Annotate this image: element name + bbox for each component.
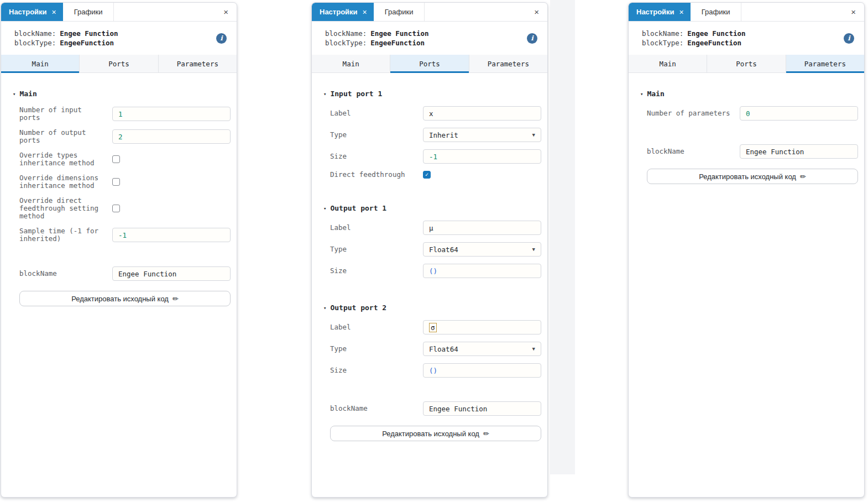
chevron-down-icon: ▼ — [532, 132, 535, 138]
close-icon[interactable]: × — [215, 3, 237, 21]
blockname-row: blockName Engee Function — [330, 401, 541, 416]
output1-label-input[interactable]: μ — [423, 221, 541, 235]
block-info-lines: blockName:Engee Function blockType:Engee… — [642, 29, 746, 48]
input1-label-label: Label — [330, 109, 414, 117]
tab-parameters[interactable]: Parameters — [159, 55, 237, 72]
edit-source-label: Редактировать исходный код — [382, 430, 479, 438]
ports-tab-content: ▾ Input port 1 Label x Type Inherit ▼ Si… — [312, 73, 547, 497]
tab-charts[interactable]: Графики — [374, 3, 425, 21]
caret-down-icon: ▾ — [323, 305, 326, 311]
input1-label-value: x — [429, 109, 433, 118]
blockname-input[interactable]: Engee Function — [423, 401, 541, 416]
section-main[interactable]: ▾ Main — [640, 90, 858, 98]
edit-source-button[interactable]: Редактировать исходный код ✏ — [19, 291, 231, 306]
override-feedthrough-checkbox[interactable] — [112, 205, 120, 212]
close-icon[interactable]: × — [526, 3, 547, 21]
section-main-label: Main — [19, 90, 36, 98]
blockname-input[interactable]: Engee Function — [112, 266, 231, 281]
blocktype-key: blockType: — [642, 39, 683, 47]
input1-size-row: Size -1 — [330, 149, 541, 164]
input1-size-input[interactable]: -1 — [423, 149, 541, 164]
override-types-checkbox[interactable] — [112, 155, 120, 163]
caret-down-icon: ▾ — [323, 91, 326, 97]
edit-source-label: Редактировать исходный код — [71, 295, 169, 303]
blockname-key: blockName: — [325, 29, 367, 38]
blockname-field-label: blockName — [19, 270, 103, 278]
section-output-port-1[interactable]: ▾ Output port 1 — [323, 204, 541, 212]
blockname-key: blockName: — [14, 29, 56, 38]
tab-charts[interactable]: Графики — [691, 3, 742, 21]
tab-ports[interactable]: Ports — [80, 55, 158, 72]
num-input-ports-value: 1 — [118, 110, 123, 118]
tab-close-icon[interactable]: × — [52, 8, 56, 16]
tab-main[interactable]: Main — [1, 55, 80, 72]
close-icon[interactable]: × — [843, 3, 864, 21]
info-glyph: i — [531, 34, 534, 42]
section-main-label: Main — [647, 90, 664, 98]
output2-type-row: Type Float64 ▼ — [330, 342, 541, 356]
info-icon[interactable]: i — [527, 33, 537, 44]
output2-size-label: Size — [330, 367, 414, 374]
tab-parameters[interactable]: Parameters — [786, 55, 864, 72]
override-dimensions-checkbox[interactable] — [112, 178, 120, 186]
tab-charts[interactable]: Графики — [63, 3, 114, 21]
num-parameters-input[interactable]: 0 — [740, 106, 858, 121]
tab-parameters[interactable]: Parameters — [469, 55, 547, 72]
section-input-port-1-label: Input port 1 — [330, 90, 382, 98]
direct-feedthrough-checkbox[interactable]: ✓ — [423, 171, 431, 179]
info-icon[interactable]: i — [216, 33, 227, 44]
output2-type-label: Type — [330, 345, 414, 353]
output1-type-row: Type Float64 ▼ — [330, 242, 541, 257]
info-icon[interactable]: i — [844, 33, 854, 44]
top-tabstrip: Настройки × Графики × — [312, 3, 547, 22]
override-dimensions-label: Override dimensions inheritance method — [19, 174, 103, 190]
chevron-down-icon: ▼ — [532, 247, 535, 252]
input1-type-select[interactable]: Inherit ▼ — [423, 128, 541, 142]
tab-close-icon[interactable]: × — [679, 8, 684, 16]
tab-settings[interactable]: Настройки × — [629, 3, 691, 21]
section-output-port-2-label: Output port 2 — [330, 304, 386, 312]
tab-settings-label: Настройки — [636, 8, 674, 16]
edit-source-button[interactable]: Редактировать исходный код ✏ — [647, 169, 858, 184]
tab-settings[interactable]: Настройки × — [1, 3, 63, 21]
tab-charts-label: Графики — [74, 8, 103, 16]
blocktype-value: EngeeFunction — [687, 39, 741, 47]
main-tab-content: ▾ Main Number of input ports 1 Number of… — [1, 73, 237, 497]
sample-time-input[interactable]: -1 — [112, 228, 231, 242]
input1-label-input[interactable]: x — [423, 106, 541, 121]
section-input-port-1[interactable]: ▾ Input port 1 — [323, 90, 541, 98]
tab-ports[interactable]: Ports — [707, 55, 786, 72]
blockname-row: blockName Engee Function — [19, 266, 231, 281]
blockname-field-label: blockName — [647, 148, 731, 155]
input1-type-row: Type Inherit ▼ — [330, 128, 541, 142]
num-output-ports-input[interactable]: 2 — [112, 129, 231, 144]
num-input-ports-input[interactable]: 1 — [112, 107, 231, 121]
info-glyph: i — [848, 34, 850, 42]
section-output-port-2[interactable]: ▾ Output port 2 — [323, 304, 541, 312]
output1-label-row: Label μ — [330, 221, 541, 235]
edit-source-button[interactable]: Редактировать исходный код ✏ — [330, 426, 541, 441]
subtab-bar: Main Ports Parameters — [312, 55, 547, 73]
tab-main[interactable]: Main — [312, 55, 390, 72]
output1-size-value: () — [429, 267, 437, 275]
tab-main[interactable]: Main — [629, 55, 707, 72]
output2-size-input[interactable]: () — [423, 363, 541, 378]
highlighted-char: σ — [429, 323, 437, 332]
tab-charts-label: Графики — [702, 8, 730, 16]
blockname-input[interactable]: Engee Function — [740, 144, 858, 159]
output2-label-label: Label — [330, 323, 414, 331]
output2-type-select[interactable]: Float64 ▼ — [423, 342, 541, 356]
output2-label-input[interactable]: σ — [423, 320, 541, 334]
tab-ports[interactable]: Ports — [390, 55, 469, 72]
tab-close-icon[interactable]: × — [363, 8, 367, 16]
override-types-label: Override types inheritance method — [19, 151, 103, 167]
section-main[interactable]: ▾ Main — [13, 90, 231, 98]
edit-source-label: Редактировать исходный код — [699, 172, 796, 181]
input1-feedthrough-label: Direct feedthrough — [330, 171, 414, 179]
num-input-ports-label: Number of input ports — [19, 106, 103, 122]
output1-size-input[interactable]: () — [423, 264, 541, 278]
tab-settings[interactable]: Настройки × — [312, 3, 374, 21]
section-output-port-1-label: Output port 1 — [330, 204, 386, 212]
output1-type-select[interactable]: Float64 ▼ — [423, 242, 541, 257]
tab-settings-label: Настройки — [320, 8, 358, 16]
